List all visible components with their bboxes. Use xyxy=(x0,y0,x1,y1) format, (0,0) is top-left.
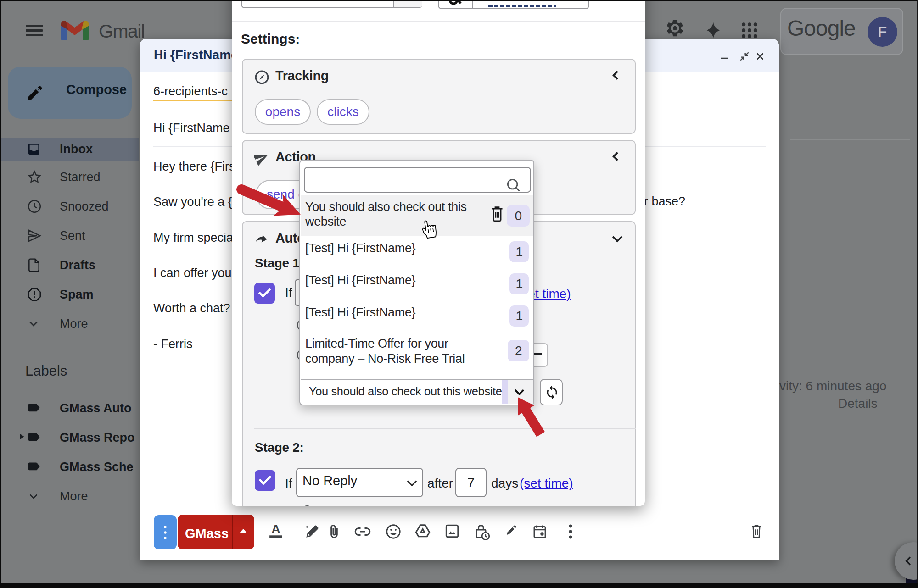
svg-text:A: A xyxy=(272,523,280,536)
